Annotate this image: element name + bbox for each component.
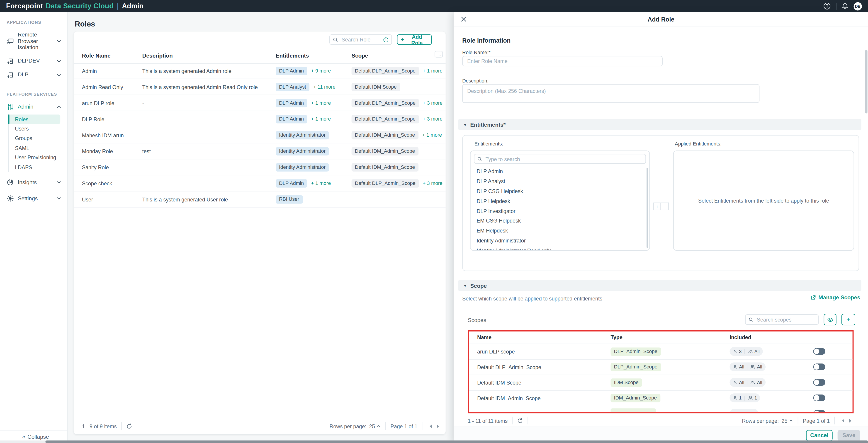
sidebar-item-dlp[interactable]: DLP bbox=[0, 68, 67, 82]
cell-description: This is a system generated User role bbox=[142, 191, 274, 207]
entitlement-option[interactable]: EM CSG Helpdesk bbox=[471, 216, 646, 225]
pagination-divider bbox=[834, 417, 835, 424]
table-options-kebab-button[interactable]: ⋯ bbox=[435, 51, 443, 58]
info-icon[interactable] bbox=[383, 37, 389, 42]
role-search bbox=[330, 34, 392, 45]
rows-per-page-label: Rows per page: bbox=[742, 417, 779, 423]
entitlement-option[interactable]: Identity Administrator bbox=[471, 235, 646, 245]
previous-page-icon[interactable] bbox=[839, 418, 846, 423]
refresh-icon[interactable] bbox=[517, 417, 523, 423]
manage-scopes-link[interactable]: Manage Scopes bbox=[811, 294, 860, 300]
description-field[interactable] bbox=[462, 84, 760, 103]
next-page-icon[interactable] bbox=[434, 423, 441, 429]
entitlement-option[interactable]: DLP Helpdesk bbox=[471, 196, 646, 206]
sidebar-item-user-provisioning[interactable]: User Provisioning bbox=[9, 153, 60, 162]
sidebar-item-remote-browser-isolation[interactable]: Remote Browser Isolation bbox=[0, 28, 67, 54]
sidebar-item-label: Remote Browser Isolation bbox=[18, 31, 57, 51]
scope-more-link[interactable]: + 3 more bbox=[423, 100, 442, 105]
add-entitlement-button[interactable]: + bbox=[653, 202, 661, 210]
entitlements-section-header[interactable]: ▼ Entitlements* bbox=[458, 119, 861, 130]
table-row[interactable]: arun DLP scope DLP_Admin_Scope 3 All bbox=[469, 344, 852, 359]
scope-more-link[interactable]: + 1 more bbox=[422, 132, 442, 138]
drawer-scrollbar[interactable] bbox=[865, 50, 868, 114]
entitlement-option[interactable]: DLP CSG Helpdesk bbox=[471, 186, 646, 196]
sidebar-item-ldaps[interactable]: LDAPS bbox=[9, 162, 60, 172]
help-icon[interactable] bbox=[823, 2, 831, 10]
sidebar-item-dlpdev[interactable]: DLPDEV bbox=[0, 54, 67, 68]
cell-scope-name: Default DLP_Admin_Scope bbox=[477, 359, 541, 375]
cell-description: test bbox=[142, 143, 274, 159]
cell-role-name: DLP Role bbox=[82, 111, 140, 127]
badge-divider bbox=[747, 380, 747, 385]
table-row[interactable]: Default IDM_Admin_Scope IDM_Admin_Scope … bbox=[469, 390, 852, 406]
entitlement-option[interactable]: EM Helpdesk bbox=[471, 226, 646, 235]
entitlement-chip: DLP Admin bbox=[276, 115, 307, 123]
cancel-button[interactable]: Cancel bbox=[806, 430, 832, 441]
table-row[interactable]: DLP Role - DLP Admin+ 1 more Default DLP… bbox=[74, 111, 446, 127]
table-row[interactable]: arun DLP role - DLP Admin+ 1 more Defaul… bbox=[74, 95, 446, 111]
scope-toggle[interactable] bbox=[813, 363, 826, 370]
scope-chip: Default IDM_Admin_Scope bbox=[351, 131, 418, 139]
sidebar-item-users[interactable]: Users bbox=[9, 124, 60, 133]
document-export-icon bbox=[7, 71, 14, 78]
next-page-icon[interactable] bbox=[846, 418, 854, 423]
entitlement-option[interactable]: Identity Administrator Read only bbox=[471, 245, 646, 250]
entitlements-search-input[interactable] bbox=[485, 155, 643, 162]
sidebar-item-insights[interactable]: Insights bbox=[0, 175, 67, 189]
table-row[interactable]: Monday Role test Identity Administrator … bbox=[74, 143, 446, 159]
topbar-divider bbox=[836, 2, 836, 10]
entitlement-option[interactable]: DLP Investigator bbox=[471, 206, 646, 216]
sidebar-item-groups[interactable]: Groups bbox=[9, 133, 60, 143]
rows-per-page-value[interactable]: 25 bbox=[369, 423, 375, 429]
included-groups-count: 1 bbox=[754, 395, 757, 401]
listbox-scrollbar[interactable] bbox=[647, 168, 648, 248]
sidebar-collapse-button[interactable]: « Collapse bbox=[0, 431, 67, 441]
horizontal-scrollbar-thumb[interactable] bbox=[45, 441, 868, 443]
table-row[interactable]: Admin Read Only This is a system generat… bbox=[74, 79, 446, 95]
pagination-divider bbox=[137, 422, 137, 430]
role-name-field[interactable] bbox=[462, 56, 662, 66]
sidebar-item-saml[interactable]: SAML bbox=[9, 143, 60, 153]
entitlement-more-link[interactable]: + 1 more bbox=[311, 180, 331, 186]
entitlement-more-link[interactable]: + 1 more bbox=[311, 100, 331, 105]
pagination-range: 1 - 11 of 11 items bbox=[468, 417, 507, 423]
add-role-button[interactable]: + Add Role bbox=[397, 34, 432, 45]
add-scope-button[interactable]: + bbox=[841, 314, 855, 325]
scope-more-link[interactable]: + 3 more bbox=[423, 116, 442, 122]
entitlement-more-link[interactable]: + 11 more bbox=[313, 84, 336, 90]
entitlement-option[interactable]: DLP Admin bbox=[471, 166, 646, 176]
scope-toggle[interactable] bbox=[813, 379, 826, 386]
table-row[interactable]: Sanity Role - Identity Administrator Def… bbox=[74, 159, 446, 176]
save-button[interactable]: Save bbox=[838, 430, 860, 441]
scope-toggle[interactable] bbox=[813, 394, 826, 401]
scopes-search-input[interactable] bbox=[755, 316, 815, 323]
table-row[interactable]: Scope check - DLP Admin+ 1 more Default … bbox=[74, 176, 446, 191]
remove-entitlement-button[interactable]: − bbox=[661, 202, 669, 210]
user-avatar[interactable]: DB bbox=[854, 2, 862, 10]
table-row[interactable]: User This is a system generated User rol… bbox=[74, 191, 446, 208]
sidebar-item-roles[interactable]: Roles bbox=[9, 114, 60, 124]
included-groups-count: All bbox=[757, 364, 762, 370]
table-row[interactable]: Admin This is a system generated Admin r… bbox=[74, 63, 446, 79]
preview-scopes-button[interactable] bbox=[824, 314, 836, 325]
sidebar-item-settings[interactable]: Settings bbox=[0, 191, 67, 205]
scope-more-link[interactable]: + 1 more bbox=[423, 68, 442, 73]
table-row[interactable]: Mahesh IDM arun - Identity Administrator… bbox=[74, 127, 446, 144]
refresh-icon[interactable] bbox=[126, 423, 132, 429]
chevron-up-icon[interactable] bbox=[789, 418, 794, 423]
previous-page-icon[interactable] bbox=[427, 423, 434, 429]
table-row[interactable]: Default IDM Scope IDM Scope All All bbox=[469, 375, 852, 391]
role-search-input[interactable] bbox=[340, 36, 381, 43]
entitlement-more-link[interactable]: + 1 more bbox=[311, 116, 331, 122]
sidebar-item-admin[interactable]: Admin bbox=[0, 100, 67, 114]
entitlement-option[interactable]: DLP Analyst bbox=[471, 176, 646, 186]
scope-section-header[interactable]: ▼ Scope bbox=[458, 280, 861, 291]
rows-per-page-value[interactable]: 25 bbox=[782, 417, 787, 423]
table-row[interactable]: Default DLP_Admin_Scope DLP_Admin_Scope … bbox=[469, 359, 852, 375]
horizontal-scrollbar bbox=[0, 441, 868, 443]
scope-toggle[interactable] bbox=[813, 348, 826, 355]
scope-more-link[interactable]: + 3 more bbox=[423, 180, 442, 186]
chevron-up-icon[interactable] bbox=[376, 424, 381, 429]
entitlement-more-link[interactable]: + 9 more bbox=[311, 68, 331, 73]
notifications-bell-icon[interactable] bbox=[841, 2, 849, 10]
